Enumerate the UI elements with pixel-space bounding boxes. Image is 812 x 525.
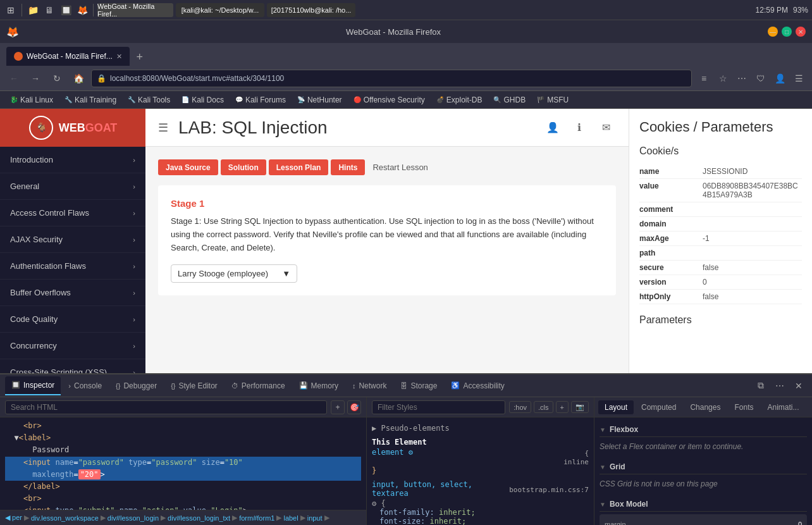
java-source-tab[interactable]: Java Source <box>158 159 218 175</box>
devtool-tab-performance[interactable]: ⏱ Performance <box>225 376 292 395</box>
taskbar-active-1[interactable]: WebGoat - Mozilla Firef... <box>97 3 173 17</box>
sidebar-item-concurrency[interactable]: Concurrency › <box>0 333 145 359</box>
taskbar-terminal-1[interactable]: [kali@kali: ~/Desktop/w... <box>176 3 264 17</box>
hints-tab[interactable]: Hints <box>331 159 365 175</box>
downloads-button[interactable]: ⋯ <box>734 70 750 87</box>
pocket-button[interactable]: 🛡 <box>753 70 769 87</box>
restart-lesson-button[interactable]: Restart Lesson <box>367 159 433 175</box>
sidebar-item-authentication[interactable]: Authentication Flaws › <box>0 253 145 280</box>
devtool-tab-network[interactable]: ↕ Network <box>346 376 393 395</box>
bookmark-button[interactable]: ☆ <box>715 70 731 87</box>
box-model-toggle[interactable]: ▼ Box Model <box>600 497 807 512</box>
taskbar-start[interactable]: ⊞ <box>4 3 18 17</box>
css-class-btn[interactable]: .cls <box>534 401 553 413</box>
taskbar-terminal[interactable]: 🖥 <box>42 3 56 17</box>
devtool-tab-debugger[interactable]: {} Debugger <box>109 376 163 395</box>
bookmark-kali-tools[interactable]: 🔧Kali Tools <box>123 94 175 106</box>
devtool-tab-style-editor[interactable]: {} Style Editor <box>164 376 224 395</box>
browser-tab[interactable]: WebGoat - Mozilla Firef... ✕ <box>6 47 130 66</box>
html-line-4[interactable]: <input name="password" type="password" s… <box>5 457 361 469</box>
info-icon[interactable]: ℹ <box>569 118 589 138</box>
cookie-row-name: name JSESSIONID <box>639 164 802 179</box>
solution-tab[interactable]: Solution <box>221 159 266 175</box>
minimize-button[interactable]: — <box>768 27 778 37</box>
html-search-bar: + 🎯 <box>0 397 366 417</box>
grid-empty-msg: CSS Grid is not in use on this page <box>600 477 807 491</box>
devtools-more-button[interactable]: ⋯ <box>772 378 788 394</box>
forward-button[interactable]: → <box>27 70 44 87</box>
breadcrumb-lesson-login[interactable]: div#lesson_login <box>108 514 159 522</box>
breadcrumb-lesson-login-txt[interactable]: div#lesson_login_txt <box>168 514 230 522</box>
bookmark-kali-linux[interactable]: 🐉Kali Linux <box>5 94 58 106</box>
css-filter-input[interactable] <box>372 400 505 414</box>
sidebar-item-access-control[interactable]: Access Control Flaws › <box>0 200 145 226</box>
devtools-close-button[interactable]: ✕ <box>790 378 807 394</box>
reader-mode-button[interactable]: ≡ <box>696 70 712 87</box>
bookmark-msfu[interactable]: 🏴MSFU <box>532 94 574 106</box>
maximize-button[interactable]: □ <box>782 27 792 37</box>
bookmark-kali-training[interactable]: 🔧Kali Training <box>59 94 121 106</box>
layout-tab-animation[interactable]: Animati... <box>761 400 805 414</box>
bookmark-kali-docs[interactable]: 📄Kali Docs <box>176 94 229 106</box>
devtool-tab-accessibility[interactable]: ♿ Accessibility <box>445 376 510 395</box>
bookmark-ghdb[interactable]: 🔍GHDB <box>488 94 531 106</box>
layout-tab-fonts[interactable]: Fonts <box>728 400 760 414</box>
pseudo-elements-toggle[interactable]: ▶ Pseudo-elements <box>372 421 589 435</box>
devtool-tab-storage[interactable]: 🗄 Storage <box>394 376 443 395</box>
css-add-rule-btn[interactable]: + <box>556 401 569 413</box>
employee-select[interactable]: Larry Stooge (employee) ▼ <box>171 264 297 283</box>
sidebar-item-ajax-security[interactable]: AJAX Security › <box>0 226 145 253</box>
devtool-tab-memory[interactable]: 💾 Memory <box>293 376 345 395</box>
breadcrumb-input[interactable]: input <box>307 514 323 522</box>
user-icon[interactable]: 👤 <box>543 118 563 138</box>
taskbar-apps[interactable]: 🔲 <box>59 3 73 17</box>
reload-button[interactable]: ↻ <box>48 70 66 87</box>
layout-tab-computed[interactable]: Computed <box>635 400 682 414</box>
tab-close-button[interactable]: ✕ <box>116 52 122 61</box>
sidebar-item-general[interactable]: General › <box>0 173 145 200</box>
taskbar-browser[interactable]: 🦊 <box>75 3 89 17</box>
breadcrumb-lesson-workspace[interactable]: div.lesson_workspace <box>31 514 99 522</box>
breadcrumb-label[interactable]: label <box>283 514 298 522</box>
menu-button[interactable]: ☰ <box>790 70 807 87</box>
sidebar-title: WEBGOAT <box>59 121 118 135</box>
bookmark-nethunter[interactable]: 📡NetHunter <box>292 94 347 106</box>
breadcrumb-form[interactable]: form#form1 <box>239 514 274 522</box>
sidebar-item-code-quality[interactable]: Code Quality › <box>0 306 145 333</box>
mail-icon[interactable]: ✉ <box>596 118 616 138</box>
sidebar-item-introduction[interactable]: Introduction › <box>0 147 145 173</box>
sidebar-item-xss[interactable]: Cross-Site Scripting (XSS) › <box>0 359 145 373</box>
address-bar[interactable]: 🔒 localhost:8080/WebGoat/start.mvc#attac… <box>91 70 692 87</box>
devtools-popout-button[interactable]: ⧉ <box>753 378 769 394</box>
bookmark-exploit-db[interactable]: 💣Exploit-DB <box>431 94 488 106</box>
hamburger-menu-button[interactable]: ☰ <box>158 121 168 135</box>
html-line-5[interactable]: maxlength="20"> <box>5 469 361 481</box>
html-add-node-button[interactable]: + <box>331 400 345 414</box>
extensions-button[interactable]: 👤 <box>772 70 788 87</box>
html-line-1: <br> <box>5 420 361 432</box>
taskbar-files[interactable]: 📁 <box>26 3 40 17</box>
devtool-tab-inspector[interactable]: 🔲 Inspector <box>5 376 61 395</box>
bookmark-kali-forums[interactable]: 💬Kali Forums <box>230 94 291 106</box>
devtool-tab-console[interactable]: › Console <box>62 376 108 395</box>
css-hover-btn[interactable]: :hov <box>509 401 531 413</box>
close-button[interactable]: ✕ <box>796 27 806 37</box>
html-pick-element-button[interactable]: 🎯 <box>347 400 361 414</box>
taskbar-terminal-2[interactable]: [20175110wlb@kali: /ho... <box>267 3 355 17</box>
flexbox-toggle[interactable]: ▼ Flexbox <box>600 423 807 437</box>
layout-tab-layout[interactable]: Layout <box>598 400 634 414</box>
layout-tab-changes[interactable]: Changes <box>684 400 727 414</box>
bookmark-offensive-security[interactable]: 🔴Offensive Security <box>348 94 430 106</box>
sidebar-item-buffer-overflows[interactable]: Buffer Overflows › <box>0 280 145 306</box>
html-search-input[interactable] <box>5 400 327 414</box>
content-area: ☰ LAB: SQL Injection 👤 ℹ ✉ Java Source S… <box>145 109 812 373</box>
breadcrumb-per[interactable]: ◀ per <box>5 514 22 522</box>
css-snapshot-btn[interactable]: 📷 <box>571 401 589 413</box>
firefox-window: 🦊 WebGoat - Mozilla Firefox — □ ✕ WebGoa… <box>0 20 812 525</box>
home-button[interactable]: 🏠 <box>70 70 87 87</box>
grid-toggle[interactable]: ▼ Grid <box>600 460 807 474</box>
lesson-plan-tab[interactable]: Lesson Plan <box>269 159 329 175</box>
back-button[interactable]: ← <box>5 70 23 87</box>
devtools-body: + 🎯 <br> ▼<label> Password <input name="… <box>0 397 812 525</box>
new-tab-button[interactable]: + <box>131 48 149 66</box>
